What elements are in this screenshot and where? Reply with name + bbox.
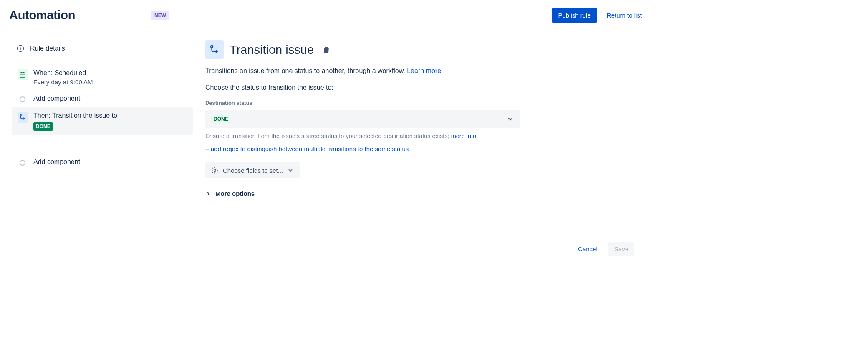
add-component-top[interactable]: Add component — [12, 90, 193, 107]
chevron-right-icon — [205, 191, 211, 197]
panel-description: Transitions an issue from one status to … — [205, 66, 642, 76]
destination-status-label: Destination status — [205, 100, 642, 106]
circle-marker-icon — [20, 96, 25, 102]
add-component-label: Add component — [33, 94, 187, 103]
page-title: Automation — [9, 8, 75, 22]
divider — [9, 59, 193, 59]
gear-icon — [211, 167, 219, 174]
calendar-icon — [18, 69, 28, 80]
transition-icon — [18, 112, 28, 123]
choose-status-label: Choose the status to transition the issu… — [205, 84, 642, 91]
rule-details-label: Rule details — [30, 45, 65, 52]
add-component-label: Add component — [33, 157, 187, 167]
chevron-down-icon — [287, 167, 294, 174]
more-options-toggle[interactable]: More options — [205, 190, 642, 197]
panel-title: Transition issue — [230, 43, 314, 57]
trigger-step[interactable]: When: Scheduled Every day at 9:00 AM — [12, 64, 193, 90]
svg-point-7 — [20, 114, 21, 116]
svg-rect-3 — [20, 73, 25, 77]
learn-more-link[interactable]: Learn more. — [407, 67, 443, 74]
save-button[interactable]: Save — [608, 242, 634, 256]
info-icon — [17, 45, 24, 52]
trigger-subtitle: Every day at 9:00 AM — [33, 78, 187, 86]
publish-rule-button[interactable]: Publish rule — [552, 8, 596, 23]
cancel-button[interactable]: Cancel — [578, 245, 598, 253]
choose-fields-label: Choose fields to set... — [223, 167, 283, 174]
new-badge: NEW — [151, 11, 169, 20]
add-regex-link[interactable]: + add regex to distinguish between multi… — [205, 145, 642, 152]
transition-icon — [205, 40, 224, 59]
more-options-label: More options — [215, 190, 255, 197]
delete-button[interactable] — [320, 44, 332, 56]
rule-details-link[interactable]: Rule details — [9, 39, 193, 58]
action-title: Then: Transition the issue to — [33, 111, 187, 120]
selected-status-lozenge: DONE — [211, 115, 231, 123]
add-component-bottom[interactable]: Add component — [12, 153, 193, 171]
svg-point-9 — [214, 169, 216, 172]
status-lozenge: DONE — [33, 122, 53, 131]
circle-marker-icon — [20, 160, 25, 166]
destination-status-select[interactable]: DONE — [205, 110, 520, 128]
svg-point-8 — [211, 46, 213, 48]
chevron-down-icon — [507, 115, 514, 123]
trash-icon — [322, 46, 331, 54]
trigger-title: When: Scheduled — [33, 68, 187, 78]
action-step-transition[interactable]: Then: Transition the issue to DONE — [12, 107, 193, 135]
return-to-list-link[interactable]: Return to list — [607, 12, 642, 19]
choose-fields-button[interactable]: Choose fields to set... — [205, 162, 300, 178]
more-info-link[interactable]: more info — [451, 133, 476, 139]
svg-point-2 — [20, 47, 21, 48]
helper-text: Ensure a transition from the issue's sou… — [205, 133, 642, 139]
